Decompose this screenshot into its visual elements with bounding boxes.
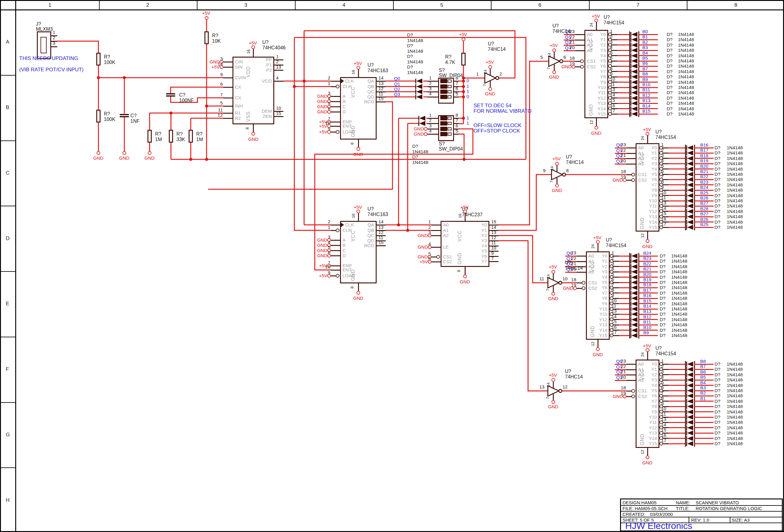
resistor: [169, 130, 173, 143]
vcc-node-icon: [327, 274, 331, 278]
pin-number: 1: [322, 81, 330, 86]
pin-name: CIN: [235, 59, 243, 64]
diode-ref: D?: [667, 80, 672, 84]
diode-value: 1N4148: [678, 58, 694, 63]
pin: [663, 395, 669, 396]
diode-value: 1N4148: [727, 393, 743, 398]
diode-value: 1N4148: [727, 362, 743, 366]
diode-ref: D?: [667, 101, 672, 106]
pin: [331, 101, 340, 102]
pin-number: 6: [214, 82, 223, 86]
vcc-node-icon: [646, 348, 649, 352]
diode-value: 1N4148: [678, 64, 694, 68]
wire: [617, 34, 629, 35]
pin-name: QD: [358, 238, 374, 243]
diode-ref: D?: [715, 404, 720, 409]
free-label: Q0: [394, 76, 400, 81]
pin-number: 5: [661, 380, 664, 385]
switch-actuator-icon: [440, 95, 447, 99]
clock-wedge-icon: [341, 79, 344, 83]
diode-ref: D?: [660, 296, 666, 301]
annotation-needs-updating: THIS NEEDS UPDATING: [19, 56, 78, 61]
diode-ref: D?: [715, 425, 720, 430]
pin-name: Y13: [591, 323, 607, 327]
tb-title: ROTATION GENRATING LOGIC: [696, 506, 762, 511]
switch-actuator-icon: [440, 90, 447, 94]
diode-icon: [687, 393, 693, 398]
pin: [663, 443, 669, 444]
pin: [274, 116, 283, 117]
wire: [499, 241, 548, 391]
pin-number: 3: [612, 261, 614, 266]
pin: [626, 180, 632, 181]
pin-number: 11: [214, 108, 223, 112]
diode-icon: [631, 301, 638, 306]
pin: [663, 179, 669, 180]
vcc-node-icon: [220, 65, 223, 69]
gnd-label: GND: [485, 91, 495, 96]
pin-number: 13: [612, 309, 617, 313]
pin-number: 16: [612, 325, 617, 329]
diode-ref: D?: [715, 209, 720, 214]
wire: [619, 256, 629, 257]
pin-number: 1: [661, 142, 664, 147]
b-net-label: B6: [642, 61, 648, 65]
b-net-label: B1: [642, 34, 648, 39]
b-net-label: B7: [642, 66, 648, 71]
pin-number: 11: [379, 235, 383, 240]
pin-number: 8: [661, 396, 664, 400]
pin-number: 1: [53, 30, 55, 34]
pin-number: 14: [610, 93, 615, 97]
ic-value: 74HC4046: [262, 46, 286, 50]
pin-name: Y0: [641, 145, 657, 150]
free-label: 1N4148: [412, 149, 428, 154]
pin-number: 12: [214, 113, 223, 117]
pin-number: 14: [661, 206, 666, 211]
diode-ref: D?: [715, 220, 720, 224]
vcc-label: +5V: [354, 61, 362, 65]
inverting-bubble-icon: [631, 395, 635, 398]
pin-name: C: [342, 104, 346, 109]
diode-ref: D?: [667, 74, 672, 79]
wire: [619, 272, 629, 272]
gnd-label: GND: [548, 404, 558, 409]
wire: [669, 411, 685, 412]
dip-ref: S?: [439, 141, 445, 146]
pin-name: PP: [255, 57, 272, 62]
b-net-label: B13: [643, 309, 651, 313]
ic-value: 74HC14: [566, 160, 584, 165]
pin-name: Y10: [641, 415, 657, 419]
pin: [331, 86, 336, 87]
diode-value: 1N4148: [727, 420, 743, 424]
clock-wedge-icon: [341, 222, 344, 227]
diode-bus-rail: [685, 145, 686, 230]
capacitor-icon: [166, 95, 175, 96]
pin-number: 2: [429, 81, 431, 86]
switch-actuator-icon: [440, 127, 447, 131]
b-net-label: B21: [643, 267, 651, 271]
pin-number: 4: [610, 45, 612, 49]
diode-value: 1N4148: [678, 43, 694, 47]
b-net-label: B20: [700, 164, 708, 168]
switch-actuator-icon: [448, 133, 452, 136]
pin-number: 1: [610, 29, 612, 33]
wire: [619, 325, 629, 326]
pin: [626, 174, 632, 175]
vcc-node-icon: [646, 132, 649, 136]
vcc-node-icon: [205, 16, 208, 20]
pin-name: Y2: [641, 372, 657, 377]
gnd-node-icon: [553, 71, 556, 74]
diode-icon: [631, 285, 638, 290]
pin-number: 7: [549, 181, 554, 183]
annotation-vib-rate: (VIB RATE POT/CV INPUT): [19, 67, 83, 72]
pin-name: Y15: [589, 112, 606, 116]
free-label: 1N4148: [407, 49, 423, 53]
diode-icon: [687, 150, 693, 156]
ic-power-name: GND: [457, 246, 463, 264]
diode-ref: D?: [667, 64, 672, 68]
wire: [617, 71, 629, 72]
pin: [431, 257, 437, 257]
net-label: Q2: [565, 40, 571, 45]
diode-value: 1N4148: [727, 209, 743, 214]
wire: [617, 114, 629, 115]
